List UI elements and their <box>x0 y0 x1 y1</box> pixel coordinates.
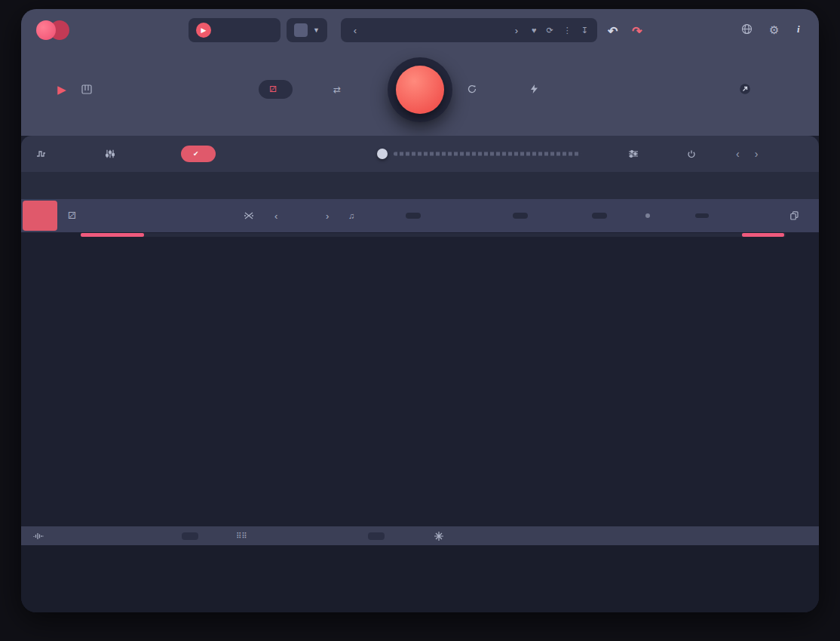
sounds-wave-icon <box>33 532 44 540</box>
shift-right-button[interactable]: › <box>326 210 329 222</box>
randomize-button-ring <box>388 57 452 122</box>
undo-icon[interactable]: ↶ <box>608 24 618 38</box>
browser-globe-icon[interactable] <box>741 23 753 35</box>
top-bar: ▶ ▼ ‹ › ♥ ⟳ ⋮ ↧ ↶ ↷ <box>21 9 819 51</box>
remix-loop-icon: ⇄ <box>333 84 341 95</box>
plugin-window: ▶ ▼ ‹ › ♥ ⟳ ⋮ ↧ ↶ ↷ <box>21 9 819 612</box>
bottom-bar: ⠿⠿ <box>21 526 819 545</box>
scatter-icon[interactable] <box>244 212 253 219</box>
step-controls-bar: ⚂ ‹ › ♫ <box>21 199 819 232</box>
smart-button[interactable] <box>468 84 482 94</box>
header: ▶ ▼ ‹ › ♥ ⟳ ⋮ ↧ ↶ ↷ <box>21 9 819 136</box>
all-steps-dot-icon[interactable] <box>645 213 650 218</box>
remixes-spark-icon <box>434 532 443 541</box>
chevron-down-icon: ▼ <box>313 26 320 34</box>
dice-icon: ⚂ <box>269 84 277 94</box>
density-slider-track[interactable] <box>394 152 581 156</box>
pattern-selector: ‹ › <box>736 148 758 160</box>
pattern-bar: ✔ ‹ <box>21 136 819 172</box>
shift-left-button[interactable]: ‹ <box>274 210 277 222</box>
reset-button[interactable] <box>688 150 701 158</box>
delay-value[interactable] <box>592 213 607 219</box>
dice-icon[interactable]: ⚂ <box>68 210 75 221</box>
redo-icon[interactable]: ↷ <box>632 24 642 38</box>
copy-icon[interactable] <box>790 211 799 220</box>
randomize-big-button[interactable] <box>396 66 444 114</box>
remix-button[interactable]: ⇄ <box>333 84 346 95</box>
next-pattern-button[interactable]: › <box>755 148 759 160</box>
note-value-icon[interactable]: ♫ <box>348 211 354 220</box>
instant-button[interactable] <box>531 84 543 94</box>
all-steps-value[interactable] <box>695 213 709 218</box>
all-filter-button[interactable]: ✔ <box>181 146 216 162</box>
transport-row: ▶ ⚂ ⇄ <box>21 51 819 136</box>
prev-preset-button[interactable]: ‹ <box>350 25 360 36</box>
rate-value[interactable] <box>406 213 421 219</box>
random-button[interactable]: ⚂ <box>259 80 293 99</box>
sounds-tab[interactable] <box>106 150 120 158</box>
mixer-button[interactable] <box>629 150 643 158</box>
export-button[interactable] <box>739 83 756 95</box>
select-all-tracks-button[interactable] <box>23 201 57 231</box>
power-icon <box>688 150 695 158</box>
reload-preset-icon[interactable]: ⟳ <box>547 26 553 35</box>
preset-browser: ‹ › ♥ ⟳ ⋮ ↧ <box>341 18 597 42</box>
check-icon: ✔ <box>193 150 199 158</box>
bpm-box[interactable]: ▶ <box>189 18 281 42</box>
smart-icon <box>468 84 477 94</box>
play-button[interactable]: ▶ <box>57 83 66 97</box>
favorite-heart-icon[interactable]: ♥ <box>532 26 537 35</box>
loop-segment-left[interactable] <box>81 233 144 237</box>
loop-segment-right[interactable] <box>742 233 784 237</box>
ai-dropdown[interactable]: ▼ <box>287 18 327 42</box>
keyboard-toggle-icon[interactable] <box>81 84 92 94</box>
playbeat-logo-icon <box>36 19 75 41</box>
lightning-icon <box>531 84 538 94</box>
sequencers-hold-button[interactable] <box>368 532 385 540</box>
sequencers-dots-icon: ⠿⠿ <box>236 532 247 540</box>
sounds-hold-button[interactable] <box>182 532 198 540</box>
next-preset-button[interactable]: › <box>511 25 522 36</box>
settings-gear-icon[interactable]: ⚙ <box>769 23 779 37</box>
prev-pattern-button[interactable]: ‹ <box>736 148 740 160</box>
save-preset-icon[interactable]: ↧ <box>581 26 588 35</box>
density-slider-thumb[interactable] <box>377 149 388 159</box>
info-icon[interactable]: i <box>797 23 800 35</box>
step-grid <box>23 239 814 526</box>
sounds-sliders-icon <box>106 150 115 158</box>
export-icon <box>739 83 751 95</box>
pattern-tab[interactable] <box>36 150 51 158</box>
pattern-icon <box>36 150 46 158</box>
piano-keyboard <box>21 545 819 612</box>
tempo-play-icon[interactable]: ▶ <box>196 23 211 38</box>
ai-icon <box>294 23 308 37</box>
loop-range-strip[interactable] <box>81 233 786 237</box>
swing-value[interactable] <box>513 213 528 219</box>
mixer-icon <box>629 150 638 158</box>
section-tabs <box>21 172 819 199</box>
more-options-icon[interactable]: ⋮ <box>563 26 572 35</box>
